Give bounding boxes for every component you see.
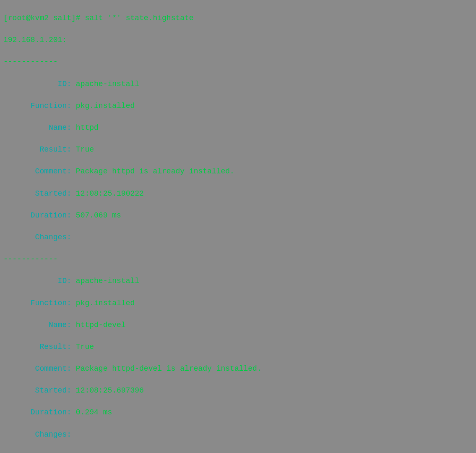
block2-function: Function: pkg.installed xyxy=(3,298,473,309)
host1-ip: 192.168.1.201: xyxy=(3,34,473,45)
separator-3: ------------ xyxy=(3,451,473,453)
block1-comment: Comment: Package httpd is already instal… xyxy=(3,166,473,177)
block1-duration: Duration: 507.069 ms xyxy=(3,210,473,221)
block1-name: Name: httpd xyxy=(3,122,473,133)
separator-2: ------------ xyxy=(3,254,473,264)
block2-started: Started: 12:08:25.697396 xyxy=(3,385,473,396)
block1-result: Result: True xyxy=(3,144,473,155)
block2-changes: Changes: xyxy=(3,429,473,440)
command-prompt: [root@kvm2 salt]# salt '*' state.highsta… xyxy=(3,14,194,22)
separator-1: ------------ xyxy=(3,56,473,67)
block1-function: Function: pkg.installed xyxy=(3,100,473,111)
block2-comment: Comment: Package httpd-devel is already … xyxy=(3,363,473,374)
block1-changes: Changes: xyxy=(3,232,473,243)
block2-result: Result: True xyxy=(3,341,473,352)
block2-duration: Duration: 0.294 ms xyxy=(3,407,473,418)
block2-name: Name: httpd-devel xyxy=(3,319,473,330)
block2-id: ID: apache-install xyxy=(3,275,473,286)
prompt-line: [root@kvm2 salt]# salt '*' state.highsta… xyxy=(3,13,473,24)
block1-started: Started: 12:08:25.190222 xyxy=(3,188,473,199)
block1-id: ID: apache-install xyxy=(3,79,473,89)
terminal-output: [root@kvm2 salt]# salt '*' state.highsta… xyxy=(0,0,476,453)
